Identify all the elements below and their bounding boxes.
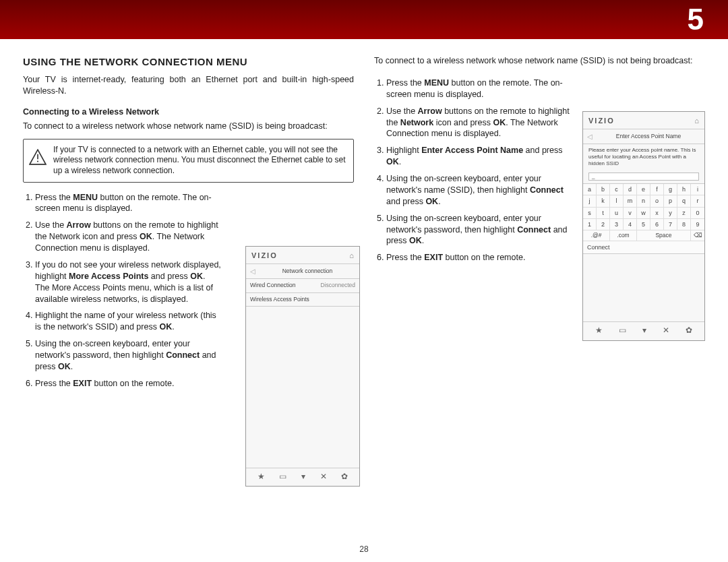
kb-key: r [691,195,704,207]
subheading: Connecting to a Wireless Network [23,106,354,118]
kb-key: 4 [624,219,637,230]
chapter-number: 5 [688,3,704,36]
warning-box: If your TV is connected to a network wit… [23,139,354,183]
kb-key: e [637,184,650,195]
tv-kb-blank [583,254,704,321]
kb-key: q [677,195,691,207]
kb-key: 2 [597,219,610,230]
vizio-logo: VIZIO [588,116,615,126]
v-icon: ▾ [301,471,305,482]
kb-key: y [664,208,677,219]
kb-connect-row: Connect [583,241,704,254]
home-icon: ⌂ [349,251,354,261]
kb-key: j [583,195,597,207]
warning-icon [29,149,47,165]
kb-key: p [664,195,677,207]
step-b4: Using the on-screen keyboard, enter your… [386,173,570,208]
back-arrow-icon: ◁ [587,132,593,142]
kb-key-com: .com [610,230,637,241]
left-column: USING THE NETWORK CONNECTION MENU Your T… [23,55,354,395]
v-icon: ▾ [642,325,646,336]
kb-key: 6 [650,219,664,230]
kb-bottom-row: .@# .com Space ⌫ [583,230,704,241]
star-icon: ★ [257,471,265,482]
page-body: USING THE NETWORK CONNECTION MENU Your T… [0,39,728,402]
kb-key: 5 [637,219,650,230]
kb-key: f [650,184,664,195]
kb-key: t [597,208,610,219]
kb-key: m [624,195,637,207]
kb-key: c [610,184,624,195]
steps-list-a: Press the MENU button on the remote. The… [23,192,222,389]
step-a3: If you do not see your wireless network … [35,259,222,305]
kb-key: u [610,208,624,219]
kb-key-symbols: .@# [583,230,610,241]
tv-title-row: ◁ Network connection [246,263,359,279]
step-a1: Press the MENU button on the remote. The… [35,192,222,215]
tv-bottom-icons: ★ ▭ ▾ ✕ ✿ [246,468,359,486]
kb-key: z [677,208,691,219]
page-number: 28 [359,544,368,554]
kb-key: v [624,208,637,219]
step-b2: Use the Arrow buttons on the remote to h… [386,106,570,140]
kb-key-backspace: ⌫ [691,230,704,241]
star-icon: ★ [595,325,603,336]
x-icon: ✕ [663,325,669,336]
step-b3: Highlight Enter Access Point Name and pr… [386,145,570,168]
kb-key-space: Space [637,230,691,241]
warning-text: If your TV is connected to a network wit… [53,145,346,175]
step-a5: Using the on-screen keyboard, enter your… [35,338,222,373]
back-arrow-icon: ◁ [250,267,255,276]
right-column: To connect to a wireless network whose n… [374,55,705,395]
kb-key: 7 [664,219,677,230]
kb-key: 1 [583,219,597,230]
vizio-logo: VIZIO [251,251,278,261]
kb-key: o [650,195,664,207]
tv-mockup-network: VIZIO ⌂ ◁ Network connection Wired Conne… [245,246,360,487]
steps-list-b: Press the MENU button on the remote. The… [374,77,570,263]
tv-mockup-keyboard: VIZIO ⌂ ◁ Enter Access Point Name Please… [582,111,705,341]
kb-grid: a b c d e f g h i j k l m n o p q [583,183,704,230]
kb-key: h [677,184,691,195]
kb-key: 8 [677,219,691,230]
kb-key: 3 [610,219,624,230]
kb-key: k [597,195,610,207]
step-b1: Press the MENU button on the remote. The… [386,77,570,100]
kb-key: d [624,184,637,195]
home-icon: ⌂ [694,116,699,126]
right-intro: To connect to a wireless network whose n… [374,55,705,67]
step-b6: Press the EXIT button on the remote. [386,252,570,263]
tv-kb-bottom-icons: ★ ▭ ▾ ✕ ✿ [583,321,704,340]
tv-row-wireless: Wireless Access Points [246,292,359,306]
step-a4: Highlight the name of your wireless netw… [35,310,222,333]
subhead-intro: To connect to a wireless network whose n… [23,121,354,132]
tv-row-wired: Wired Connection Disconnected [246,278,359,292]
kb-key: i [691,184,704,195]
kb-key: n [637,195,650,207]
kb-key: l [610,195,624,207]
x-icon: ✕ [320,471,327,482]
kb-key: 9 [691,219,704,230]
rect-icon: ▭ [279,471,286,482]
tv-blank [246,306,359,468]
gear-icon: ✿ [686,325,692,336]
kb-key: b [597,184,610,195]
kb-key: 0 [691,208,704,219]
kb-key: s [583,208,597,219]
tv-kb-title-row: ◁ Enter Access Point Name [583,129,704,144]
svg-point-1 [37,160,38,162]
tv-kb-desc: Please enter your Access point name. Thi… [583,144,704,170]
intro-text: Your TV is internet-ready, featuring bot… [23,74,354,97]
step-a2: Use the Arrow buttons on the remote to h… [35,220,222,254]
kb-key: g [664,184,677,195]
chapter-header: 5 [0,0,728,39]
rect-icon: ▭ [619,325,626,336]
kb-key: w [637,208,650,219]
kb-key: a [583,184,597,195]
tv-kb-input: _ [588,173,699,181]
kb-key: x [650,208,664,219]
gear-icon: ✿ [341,471,348,482]
section-title: USING THE NETWORK CONNECTION MENU [23,55,354,69]
step-b5: Using the on-screen keyboard, enter your… [386,213,570,247]
